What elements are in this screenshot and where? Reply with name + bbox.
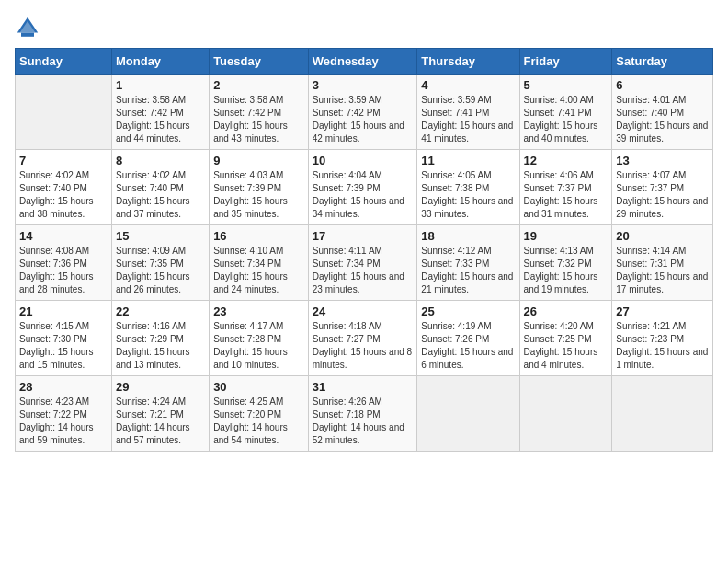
day-info: Sunrise: 4:08 AMSunset: 7:36 PMDaylight:…	[19, 245, 108, 296]
day-info: Sunrise: 4:02 AMSunset: 7:40 PMDaylight:…	[19, 169, 108, 221]
day-info: Sunrise: 4:10 AMSunset: 7:34 PMDaylight:…	[213, 245, 304, 296]
day-number: 9	[213, 154, 304, 167]
calendar-cell: 12Sunrise: 4:06 AMSunset: 7:37 PMDayligh…	[519, 150, 612, 225]
day-number: 18	[421, 229, 515, 243]
day-number: 12	[524, 154, 609, 167]
calendar-cell: 9Sunrise: 4:03 AMSunset: 7:39 PMDaylight…	[210, 150, 309, 225]
calendar-cell: 23Sunrise: 4:17 AMSunset: 7:28 PMDayligh…	[210, 301, 309, 376]
day-number: 26	[524, 304, 609, 318]
day-info: Sunrise: 4:18 AMSunset: 7:27 PMDaylight:…	[313, 320, 414, 372]
calendar-week: 14Sunrise: 4:08 AMSunset: 7:36 PMDayligh…	[16, 225, 713, 301]
calendar-cell: 24Sunrise: 4:18 AMSunset: 7:27 PMDayligh…	[308, 301, 417, 376]
weekday-header: Saturday	[612, 49, 713, 75]
calendar-cell	[519, 376, 612, 452]
day-info: Sunrise: 4:23 AMSunset: 7:22 PMDaylight:…	[19, 396, 108, 447]
day-number: 23	[213, 304, 304, 318]
day-number: 24	[313, 304, 414, 318]
calendar-cell: 25Sunrise: 4:19 AMSunset: 7:26 PMDayligh…	[417, 301, 519, 376]
weekday-header: Sunday	[16, 49, 112, 75]
day-info: Sunrise: 4:25 AMSunset: 7:20 PMDaylight:…	[213, 396, 304, 447]
day-number: 8	[116, 154, 205, 167]
day-info: Sunrise: 4:16 AMSunset: 7:29 PMDaylight:…	[116, 320, 205, 372]
day-info: Sunrise: 4:21 AMSunset: 7:23 PMDaylight:…	[616, 320, 709, 372]
calendar-cell: 10Sunrise: 4:04 AMSunset: 7:39 PMDayligh…	[308, 150, 417, 225]
day-number: 25	[421, 304, 515, 318]
day-number: 27	[616, 304, 709, 318]
calendar-cell: 26Sunrise: 4:20 AMSunset: 7:25 PMDayligh…	[519, 301, 612, 376]
calendar-cell: 20Sunrise: 4:14 AMSunset: 7:31 PMDayligh…	[612, 225, 713, 301]
day-number: 31	[313, 380, 414, 394]
weekday-header: Monday	[111, 49, 209, 75]
day-number: 6	[616, 78, 709, 92]
calendar-week: 7Sunrise: 4:02 AMSunset: 7:40 PMDaylight…	[16, 150, 713, 225]
day-info: Sunrise: 4:17 AMSunset: 7:28 PMDaylight:…	[213, 320, 304, 372]
weekday-header: Friday	[519, 49, 612, 75]
calendar-cell: 3Sunrise: 3:59 AMSunset: 7:42 PMDaylight…	[308, 75, 417, 150]
calendar-cell: 6Sunrise: 4:01 AMSunset: 7:40 PMDaylight…	[612, 75, 713, 150]
day-info: Sunrise: 4:05 AMSunset: 7:38 PMDaylight:…	[421, 169, 515, 221]
day-number: 3	[313, 78, 414, 92]
calendar-cell: 27Sunrise: 4:21 AMSunset: 7:23 PMDayligh…	[612, 301, 713, 376]
calendar-cell: 21Sunrise: 4:15 AMSunset: 7:30 PMDayligh…	[16, 301, 112, 376]
day-info: Sunrise: 4:26 AMSunset: 7:18 PMDaylight:…	[313, 396, 414, 447]
day-number: 14	[19, 229, 108, 243]
calendar-cell	[16, 75, 112, 150]
calendar-cell: 28Sunrise: 4:23 AMSunset: 7:22 PMDayligh…	[16, 376, 112, 452]
day-number: 13	[616, 154, 709, 167]
day-number: 10	[313, 154, 414, 167]
day-info: Sunrise: 4:02 AMSunset: 7:40 PMDaylight:…	[116, 169, 205, 221]
day-number: 1	[116, 78, 205, 92]
svg-rect-2	[21, 33, 34, 37]
calendar-cell: 18Sunrise: 4:12 AMSunset: 7:33 PMDayligh…	[417, 225, 519, 301]
calendar-cell: 16Sunrise: 4:10 AMSunset: 7:34 PMDayligh…	[210, 225, 309, 301]
calendar-cell: 11Sunrise: 4:05 AMSunset: 7:38 PMDayligh…	[417, 150, 519, 225]
calendar-cell: 4Sunrise: 3:59 AMSunset: 7:41 PMDaylight…	[417, 75, 519, 150]
day-number: 16	[213, 229, 304, 243]
calendar-cell: 22Sunrise: 4:16 AMSunset: 7:29 PMDayligh…	[111, 301, 209, 376]
weekday-header: Tuesday	[210, 49, 309, 75]
day-info: Sunrise: 3:58 AMSunset: 7:42 PMDaylight:…	[116, 94, 205, 145]
calendar-cell: 1Sunrise: 3:58 AMSunset: 7:42 PMDaylight…	[111, 75, 209, 150]
day-info: Sunrise: 4:19 AMSunset: 7:26 PMDaylight:…	[421, 320, 515, 372]
day-info: Sunrise: 3:59 AMSunset: 7:42 PMDaylight:…	[313, 94, 414, 145]
day-number: 4	[421, 78, 515, 92]
weekday-header: Thursday	[417, 49, 519, 75]
day-number: 7	[19, 154, 108, 167]
day-info: Sunrise: 4:03 AMSunset: 7:39 PMDaylight:…	[213, 169, 304, 221]
calendar-cell: 5Sunrise: 4:00 AMSunset: 7:41 PMDaylight…	[519, 75, 612, 150]
page-header	[15, 15, 713, 40]
day-info: Sunrise: 4:07 AMSunset: 7:37 PMDaylight:…	[616, 169, 709, 221]
day-info: Sunrise: 4:06 AMSunset: 7:37 PMDaylight:…	[524, 169, 609, 221]
day-number: 20	[616, 229, 709, 243]
calendar-cell: 19Sunrise: 4:13 AMSunset: 7:32 PMDayligh…	[519, 225, 612, 301]
day-info: Sunrise: 4:04 AMSunset: 7:39 PMDaylight:…	[313, 169, 414, 221]
day-info: Sunrise: 4:09 AMSunset: 7:35 PMDaylight:…	[116, 245, 205, 296]
day-info: Sunrise: 4:01 AMSunset: 7:40 PMDaylight:…	[616, 94, 709, 145]
header-row: SundayMondayTuesdayWednesdayThursdayFrid…	[16, 49, 713, 75]
calendar-table: SundayMondayTuesdayWednesdayThursdayFrid…	[15, 48, 713, 452]
calendar-cell: 15Sunrise: 4:09 AMSunset: 7:35 PMDayligh…	[111, 225, 209, 301]
day-number: 5	[524, 78, 609, 92]
calendar-week: 28Sunrise: 4:23 AMSunset: 7:22 PMDayligh…	[16, 376, 713, 452]
day-info: Sunrise: 3:58 AMSunset: 7:42 PMDaylight:…	[213, 94, 304, 145]
calendar-cell	[612, 376, 713, 452]
calendar-cell: 2Sunrise: 3:58 AMSunset: 7:42 PMDaylight…	[210, 75, 309, 150]
day-number: 19	[524, 229, 609, 243]
day-number: 17	[313, 229, 414, 243]
calendar-cell: 31Sunrise: 4:26 AMSunset: 7:18 PMDayligh…	[308, 376, 417, 452]
calendar-cell: 14Sunrise: 4:08 AMSunset: 7:36 PMDayligh…	[16, 225, 112, 301]
day-info: Sunrise: 3:59 AMSunset: 7:41 PMDaylight:…	[421, 94, 515, 145]
day-info: Sunrise: 4:15 AMSunset: 7:30 PMDaylight:…	[19, 320, 108, 372]
day-number: 28	[19, 380, 108, 394]
calendar-cell: 8Sunrise: 4:02 AMSunset: 7:40 PMDaylight…	[111, 150, 209, 225]
day-number: 15	[116, 229, 205, 243]
calendar-cell: 17Sunrise: 4:11 AMSunset: 7:34 PMDayligh…	[308, 225, 417, 301]
day-number: 22	[116, 304, 205, 318]
day-info: Sunrise: 4:14 AMSunset: 7:31 PMDaylight:…	[616, 245, 709, 296]
calendar-cell: 30Sunrise: 4:25 AMSunset: 7:20 PMDayligh…	[210, 376, 309, 452]
day-info: Sunrise: 4:12 AMSunset: 7:33 PMDaylight:…	[421, 245, 515, 296]
day-number: 2	[213, 78, 304, 92]
calendar-cell: 29Sunrise: 4:24 AMSunset: 7:21 PMDayligh…	[111, 376, 209, 452]
day-info: Sunrise: 4:20 AMSunset: 7:25 PMDaylight:…	[524, 320, 609, 372]
day-number: 11	[421, 154, 515, 167]
